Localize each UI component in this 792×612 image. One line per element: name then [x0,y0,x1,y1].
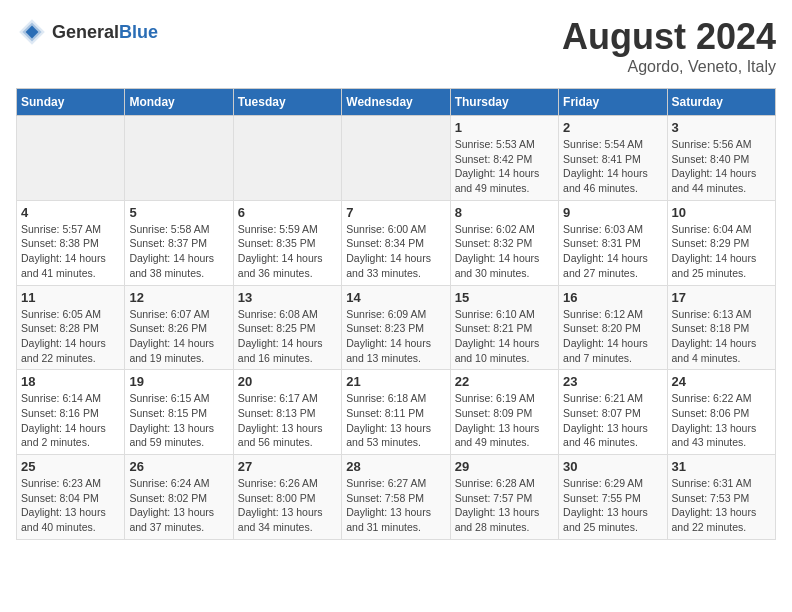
logo: GeneralBlue [16,16,158,48]
day-number: 16 [563,290,662,305]
weekday-header-saturday: Saturday [667,89,775,116]
cell-info: Sunrise: 6:17 AMSunset: 8:13 PMDaylight:… [238,391,337,450]
day-number: 25 [21,459,120,474]
cell-info: Sunrise: 6:31 AMSunset: 7:53 PMDaylight:… [672,476,771,535]
subtitle: Agordo, Veneto, Italy [562,58,776,76]
day-number: 8 [455,205,554,220]
weekday-header-tuesday: Tuesday [233,89,341,116]
calendar-table: SundayMondayTuesdayWednesdayThursdayFrid… [16,88,776,540]
calendar-cell: 16Sunrise: 6:12 AMSunset: 8:20 PMDayligh… [559,285,667,370]
weekday-header-monday: Monday [125,89,233,116]
day-number: 2 [563,120,662,135]
cell-info: Sunrise: 6:22 AMSunset: 8:06 PMDaylight:… [672,391,771,450]
calendar-cell: 28Sunrise: 6:27 AMSunset: 7:58 PMDayligh… [342,455,450,540]
calendar-cell: 2Sunrise: 5:54 AMSunset: 8:41 PMDaylight… [559,116,667,201]
cell-info: Sunrise: 5:59 AMSunset: 8:35 PMDaylight:… [238,222,337,281]
cell-info: Sunrise: 6:13 AMSunset: 8:18 PMDaylight:… [672,307,771,366]
cell-info: Sunrise: 6:21 AMSunset: 8:07 PMDaylight:… [563,391,662,450]
day-number: 27 [238,459,337,474]
day-number: 14 [346,290,445,305]
cell-info: Sunrise: 6:23 AMSunset: 8:04 PMDaylight:… [21,476,120,535]
calendar-cell: 23Sunrise: 6:21 AMSunset: 8:07 PMDayligh… [559,370,667,455]
day-number: 22 [455,374,554,389]
weekday-row: SundayMondayTuesdayWednesdayThursdayFrid… [17,89,776,116]
calendar-cell [125,116,233,201]
cell-info: Sunrise: 6:03 AMSunset: 8:31 PMDaylight:… [563,222,662,281]
cell-info: Sunrise: 6:18 AMSunset: 8:11 PMDaylight:… [346,391,445,450]
logo-icon [16,16,48,48]
calendar-cell [342,116,450,201]
day-number: 13 [238,290,337,305]
calendar-cell: 30Sunrise: 6:29 AMSunset: 7:55 PMDayligh… [559,455,667,540]
calendar-cell: 15Sunrise: 6:10 AMSunset: 8:21 PMDayligh… [450,285,558,370]
cell-info: Sunrise: 6:10 AMSunset: 8:21 PMDaylight:… [455,307,554,366]
cell-info: Sunrise: 6:12 AMSunset: 8:20 PMDaylight:… [563,307,662,366]
calendar-week-1: 1Sunrise: 5:53 AMSunset: 8:42 PMDaylight… [17,116,776,201]
weekday-header-thursday: Thursday [450,89,558,116]
calendar-cell: 9Sunrise: 6:03 AMSunset: 8:31 PMDaylight… [559,200,667,285]
calendar-cell: 25Sunrise: 6:23 AMSunset: 8:04 PMDayligh… [17,455,125,540]
cell-info: Sunrise: 5:58 AMSunset: 8:37 PMDaylight:… [129,222,228,281]
calendar-cell: 10Sunrise: 6:04 AMSunset: 8:29 PMDayligh… [667,200,775,285]
calendar-cell: 12Sunrise: 6:07 AMSunset: 8:26 PMDayligh… [125,285,233,370]
cell-info: Sunrise: 6:26 AMSunset: 8:00 PMDaylight:… [238,476,337,535]
calendar-cell [233,116,341,201]
calendar-cell [17,116,125,201]
day-number: 20 [238,374,337,389]
day-number: 1 [455,120,554,135]
day-number: 28 [346,459,445,474]
calendar-cell: 27Sunrise: 6:26 AMSunset: 8:00 PMDayligh… [233,455,341,540]
day-number: 29 [455,459,554,474]
calendar-header: SundayMondayTuesdayWednesdayThursdayFrid… [17,89,776,116]
day-number: 4 [21,205,120,220]
day-number: 6 [238,205,337,220]
cell-info: Sunrise: 6:09 AMSunset: 8:23 PMDaylight:… [346,307,445,366]
day-number: 15 [455,290,554,305]
calendar-week-2: 4Sunrise: 5:57 AMSunset: 8:38 PMDaylight… [17,200,776,285]
day-number: 5 [129,205,228,220]
calendar-cell: 24Sunrise: 6:22 AMSunset: 8:06 PMDayligh… [667,370,775,455]
day-number: 21 [346,374,445,389]
calendar-cell: 1Sunrise: 5:53 AMSunset: 8:42 PMDaylight… [450,116,558,201]
weekday-header-wednesday: Wednesday [342,89,450,116]
cell-info: Sunrise: 6:28 AMSunset: 7:57 PMDaylight:… [455,476,554,535]
calendar-cell: 7Sunrise: 6:00 AMSunset: 8:34 PMDaylight… [342,200,450,285]
day-number: 17 [672,290,771,305]
calendar-week-5: 25Sunrise: 6:23 AMSunset: 8:04 PMDayligh… [17,455,776,540]
day-number: 31 [672,459,771,474]
weekday-header-sunday: Sunday [17,89,125,116]
cell-info: Sunrise: 6:15 AMSunset: 8:15 PMDaylight:… [129,391,228,450]
day-number: 12 [129,290,228,305]
logo-text-blue: Blue [119,22,158,42]
calendar-cell: 17Sunrise: 6:13 AMSunset: 8:18 PMDayligh… [667,285,775,370]
day-number: 18 [21,374,120,389]
day-number: 19 [129,374,228,389]
cell-info: Sunrise: 6:08 AMSunset: 8:25 PMDaylight:… [238,307,337,366]
day-number: 24 [672,374,771,389]
calendar-cell: 5Sunrise: 5:58 AMSunset: 8:37 PMDaylight… [125,200,233,285]
page-header: GeneralBlue August 2024 Agordo, Veneto, … [16,16,776,76]
calendar-cell: 11Sunrise: 6:05 AMSunset: 8:28 PMDayligh… [17,285,125,370]
cell-info: Sunrise: 6:24 AMSunset: 8:02 PMDaylight:… [129,476,228,535]
main-title: August 2024 [562,16,776,58]
calendar-cell: 22Sunrise: 6:19 AMSunset: 8:09 PMDayligh… [450,370,558,455]
day-number: 3 [672,120,771,135]
calendar-week-3: 11Sunrise: 6:05 AMSunset: 8:28 PMDayligh… [17,285,776,370]
calendar-body: 1Sunrise: 5:53 AMSunset: 8:42 PMDaylight… [17,116,776,540]
day-number: 9 [563,205,662,220]
cell-info: Sunrise: 6:27 AMSunset: 7:58 PMDaylight:… [346,476,445,535]
day-number: 30 [563,459,662,474]
day-number: 11 [21,290,120,305]
cell-info: Sunrise: 5:53 AMSunset: 8:42 PMDaylight:… [455,137,554,196]
calendar-cell: 31Sunrise: 6:31 AMSunset: 7:53 PMDayligh… [667,455,775,540]
title-area: August 2024 Agordo, Veneto, Italy [562,16,776,76]
cell-info: Sunrise: 6:14 AMSunset: 8:16 PMDaylight:… [21,391,120,450]
cell-info: Sunrise: 6:04 AMSunset: 8:29 PMDaylight:… [672,222,771,281]
cell-info: Sunrise: 6:00 AMSunset: 8:34 PMDaylight:… [346,222,445,281]
calendar-cell: 13Sunrise: 6:08 AMSunset: 8:25 PMDayligh… [233,285,341,370]
cell-info: Sunrise: 5:54 AMSunset: 8:41 PMDaylight:… [563,137,662,196]
cell-info: Sunrise: 6:19 AMSunset: 8:09 PMDaylight:… [455,391,554,450]
calendar-cell: 8Sunrise: 6:02 AMSunset: 8:32 PMDaylight… [450,200,558,285]
day-number: 7 [346,205,445,220]
calendar-cell: 21Sunrise: 6:18 AMSunset: 8:11 PMDayligh… [342,370,450,455]
